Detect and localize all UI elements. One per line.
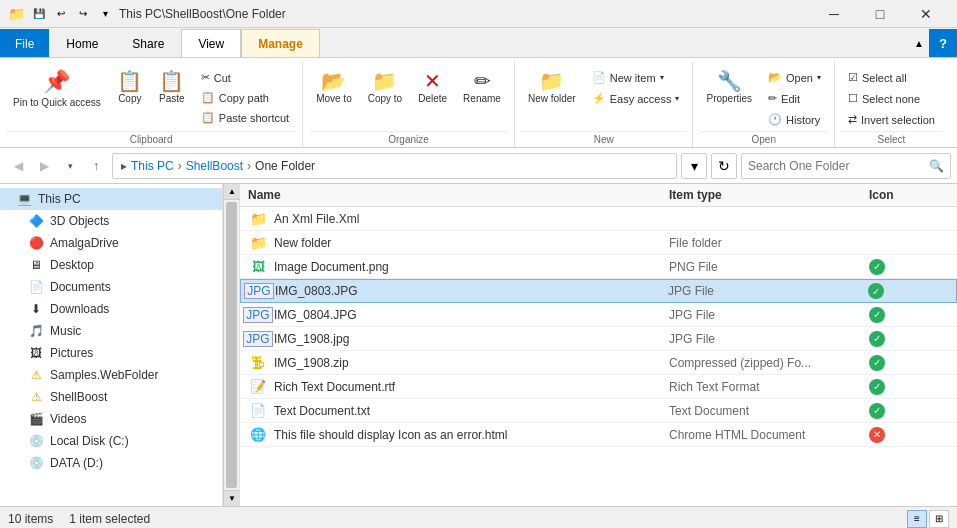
sidebar-item-amalgadrive[interactable]: 🔴 AmalgaDrive bbox=[0, 232, 222, 254]
close-button[interactable]: ✕ bbox=[903, 0, 949, 28]
select-none-button[interactable]: ☐ Select none bbox=[841, 89, 942, 108]
sidebar-item-samples[interactable]: ⚠ Samples.WebFolder bbox=[0, 364, 222, 386]
save-btn[interactable]: 💾 bbox=[29, 5, 49, 23]
sidebar-scrollbar[interactable]: ▲ ▼ bbox=[223, 184, 239, 506]
copy-button[interactable]: 📋 Copy bbox=[110, 64, 150, 109]
paste-shortcut-button[interactable]: 📋 Paste shortcut bbox=[194, 108, 296, 127]
file-type: Rich Text Format bbox=[669, 380, 869, 394]
refresh-button[interactable]: ↻ bbox=[711, 153, 737, 179]
path-shellboost[interactable]: ShellBoost bbox=[186, 159, 243, 173]
delete-button[interactable]: ✕ Delete bbox=[411, 64, 454, 109]
videos-icon: 🎬 bbox=[28, 411, 44, 427]
paste-button[interactable]: 📋 Paste bbox=[152, 64, 192, 109]
redo-btn[interactable]: ↪ bbox=[73, 5, 93, 23]
sidebar-item-this-pc[interactable]: 💻 This PC bbox=[0, 188, 222, 210]
copy-path-button[interactable]: 📋 Copy path bbox=[194, 88, 296, 107]
dropdown-path-btn[interactable]: ▾ bbox=[681, 153, 707, 179]
sidebar-item-data-d[interactable]: 💿 DATA (D:) bbox=[0, 452, 222, 474]
ribbon-collapse-btn[interactable]: ▲ bbox=[909, 29, 929, 57]
scroll-up-btn[interactable]: ▲ bbox=[224, 184, 240, 200]
sidebar-item-local-disk[interactable]: 💿 Local Disk (C:) bbox=[0, 430, 222, 452]
up-button[interactable]: ↑ bbox=[84, 154, 108, 178]
sidebar-item-pictures[interactable]: 🖼 Pictures bbox=[0, 342, 222, 364]
new-folder-label: New folder bbox=[528, 93, 576, 105]
sidebar-item-desktop[interactable]: 🖥 Desktop bbox=[0, 254, 222, 276]
maximize-button[interactable]: □ bbox=[857, 0, 903, 28]
table-row[interactable]: JPG IMG_0804.JPG JPG File ✓ bbox=[240, 303, 957, 327]
copy-to-button[interactable]: 📁 Copy to bbox=[361, 64, 409, 109]
col-header-name[interactable]: Name bbox=[248, 188, 669, 202]
recent-button[interactable]: ▾ bbox=[58, 154, 82, 178]
open-button[interactable]: 📂 Open ▾ bbox=[761, 68, 828, 87]
col-header-type[interactable]: Item type bbox=[669, 188, 869, 202]
pin-button[interactable]: 📌 Pin to Quick access bbox=[6, 64, 108, 114]
search-input[interactable] bbox=[748, 159, 929, 173]
new-folder-button[interactable]: 📁 New folder bbox=[521, 64, 583, 110]
edit-button[interactable]: ✏ Edit bbox=[761, 89, 828, 108]
table-row[interactable]: 🖼 Image Document.png PNG File ✓ bbox=[240, 255, 957, 279]
help-button[interactable]: ? bbox=[929, 29, 957, 57]
table-row[interactable]: 📁 An Xml File.Xml bbox=[240, 207, 957, 231]
tab-share[interactable]: Share bbox=[115, 29, 181, 57]
cut-button[interactable]: ✂ Cut bbox=[194, 68, 296, 87]
properties-button[interactable]: 🔧 Properties bbox=[699, 64, 759, 109]
address-path[interactable]: ▸ This PC › ShellBoost › One Folder bbox=[112, 153, 677, 179]
tab-view[interactable]: View bbox=[181, 29, 241, 57]
scroll-thumb[interactable] bbox=[226, 202, 237, 488]
path-this-pc[interactable]: This PC bbox=[131, 159, 174, 173]
history-button[interactable]: 🕐 History bbox=[761, 110, 828, 129]
table-row[interactable]: 📁 New folder File folder bbox=[240, 231, 957, 255]
open-group-label: Open bbox=[699, 131, 828, 145]
sidebar-item-videos[interactable]: 🎬 Videos bbox=[0, 408, 222, 430]
samples-icon: ⚠ bbox=[28, 367, 44, 383]
paste-shortcut-label: Paste shortcut bbox=[219, 112, 289, 124]
dropdown-btn[interactable]: ▾ bbox=[95, 5, 115, 23]
sidebar-item-3d-objects[interactable]: 🔷 3D Objects bbox=[0, 210, 222, 232]
file-status: ✓ bbox=[868, 283, 948, 299]
tab-manage[interactable]: Manage bbox=[241, 29, 320, 57]
organize-group: 📂 Move to 📁 Copy to ✕ Delete ✏ Rename Or… bbox=[303, 62, 515, 147]
new-folder-icon: 📁 bbox=[539, 69, 564, 93]
status-check-green: ✓ bbox=[869, 307, 885, 323]
undo-btn[interactable]: ↩ bbox=[51, 5, 71, 23]
sidebar-item-documents[interactable]: 📄 Documents bbox=[0, 276, 222, 298]
table-row[interactable]: 📄 Text Document.txt Text Document ✓ bbox=[240, 399, 957, 423]
path-arrow: ▸ bbox=[121, 159, 127, 173]
table-row[interactable]: 📝 Rich Text Document.rtf Rich Text Forma… bbox=[240, 375, 957, 399]
move-to-button[interactable]: 📂 Move to bbox=[309, 64, 359, 109]
properties-label: Properties bbox=[706, 93, 752, 104]
table-row[interactable]: 🌐 This file should display Icon as an er… bbox=[240, 423, 957, 447]
easy-access-button[interactable]: ⚡ Easy access ▾ bbox=[585, 89, 687, 108]
forward-button[interactable]: ▶ bbox=[32, 154, 56, 178]
col-header-icon[interactable]: Icon bbox=[869, 188, 949, 202]
large-icon-view-button[interactable]: ⊞ bbox=[929, 510, 949, 528]
quick-save-bar: 💾 ↩ ↪ ▾ bbox=[29, 5, 115, 23]
sidebar-item-downloads[interactable]: ⬇ Downloads bbox=[0, 298, 222, 320]
back-button[interactable]: ◀ bbox=[6, 154, 30, 178]
file-status: ✕ bbox=[869, 427, 949, 443]
rename-button[interactable]: ✏ Rename bbox=[456, 64, 508, 109]
search-box[interactable]: 🔍 bbox=[741, 153, 951, 179]
minimize-button[interactable]: ─ bbox=[811, 0, 857, 28]
rename-label: Rename bbox=[463, 93, 501, 104]
select-all-button[interactable]: ☑ Select all bbox=[841, 68, 942, 87]
new-item-button[interactable]: 📄 New item ▾ bbox=[585, 68, 687, 87]
sidebar-item-shellboost[interactable]: ⚠ ShellBoost bbox=[0, 386, 222, 408]
details-view-button[interactable]: ≡ bbox=[907, 510, 927, 528]
sidebar-item-music[interactable]: 🎵 Music bbox=[0, 320, 222, 342]
invert-selection-button[interactable]: ⇄ Invert selection bbox=[841, 110, 942, 129]
table-row[interactable]: JPG IMG_0803.JPG JPG File ✓ bbox=[240, 279, 957, 303]
file-type: Chrome HTML Document bbox=[669, 428, 869, 442]
status-bar: 10 items 1 item selected ≡ ⊞ bbox=[0, 506, 957, 528]
ribbon-tabs: File Home Share View Manage ▲ ? bbox=[0, 28, 957, 58]
scroll-down-btn[interactable]: ▼ bbox=[224, 490, 240, 506]
file-status: ✓ bbox=[869, 307, 949, 323]
tab-home[interactable]: Home bbox=[49, 29, 115, 57]
tab-file[interactable]: File bbox=[0, 29, 49, 57]
table-row[interactable]: 🗜 IMG_1908.zip Compressed (zipped) Fo...… bbox=[240, 351, 957, 375]
file-icon-html: 🌐 bbox=[248, 427, 268, 443]
table-row[interactable]: JPG IMG_1908.jpg JPG File ✓ bbox=[240, 327, 957, 351]
file-name: IMG_1908.jpg bbox=[274, 332, 669, 346]
this-pc-icon: 💻 bbox=[16, 191, 32, 207]
sidebar-datad-label: DATA (D:) bbox=[50, 456, 214, 470]
